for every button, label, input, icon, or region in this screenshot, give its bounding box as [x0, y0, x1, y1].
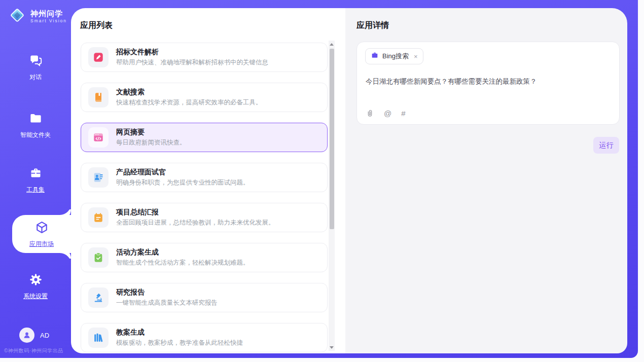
interviewer-icon — [88, 167, 109, 188]
sidebar-item-chat[interactable]: 对话 — [0, 54, 71, 82]
app-card[interactable]: 项目总结汇报全面回顾项目进展，总结经验教训，助力未来优化发展。 — [81, 203, 328, 232]
sidebar-item-label: 对话 — [29, 73, 42, 82]
briefcase-icon — [371, 51, 379, 61]
app-detail-title: 应用详情 — [356, 20, 389, 31]
app-card[interactable]: 文献搜索快速精准查找学术资源，提高研究效率的必备工具。 — [81, 83, 328, 112]
app-window: 神州问学 Smart Vision 对话智能文件夹工具集应用市场系统设置 AD … — [0, 0, 644, 362]
composer-toolbar: @# — [366, 109, 406, 118]
list-scrollbar[interactable] — [329, 41, 335, 351]
app-card-desc: 智能生成个性化活动方案，轻松解决规划难题。 — [116, 259, 249, 267]
app-card-title: 研究报告 — [116, 288, 218, 297]
sidebar-item-smart-folder[interactable]: 智能文件夹 — [0, 112, 71, 139]
tool-tag-bing-search[interactable]: Bing搜索 × — [365, 48, 423, 64]
sidebar-item-label: 系统设置 — [23, 292, 48, 301]
app-card-title: 教案生成 — [116, 328, 243, 337]
app-card-desc: 明确身份和职责，为您提供专业性的面试问题。 — [116, 178, 249, 187]
user-name: AD — [40, 332, 49, 339]
tool-tag-label: Bing搜索 — [382, 52, 409, 61]
books-icon — [88, 328, 109, 348]
app-card[interactable]: 教案生成模板驱动，教案秒成，教学准备从此轻松快捷 — [81, 323, 328, 352]
sidebar-item-app-market[interactable]: 应用市场 — [12, 215, 71, 253]
app-card[interactable]: 研究报告一键智能生成高质量长文本研究报告 — [81, 283, 328, 312]
run-button[interactable]: 运行 — [593, 137, 619, 154]
toolbox-icon — [29, 166, 43, 182]
brand-subtitle: Smart Vision — [30, 18, 67, 23]
folder-icon — [29, 112, 43, 127]
clipboard-check-icon — [88, 247, 109, 268]
sidebar-item-label: 工具集 — [26, 186, 45, 194]
app-card-desc: 模板驱动，教案秒成，教学准备从此轻松快捷 — [116, 339, 243, 347]
user-chip[interactable]: AD — [19, 328, 49, 343]
sidebar-item-system-settings[interactable]: 系统设置 — [0, 273, 71, 301]
app-card-title: 项目总结汇报 — [116, 208, 275, 217]
hash-icon[interactable]: # — [401, 109, 405, 118]
sidebar-item-label: 应用市场 — [29, 240, 54, 248]
app-card-desc: 帮助用户快速、准确地理解和解析招标书中的关键信息 — [116, 58, 268, 67]
brand-logo: 神州问学 Smart Vision — [8, 6, 67, 26]
book-icon — [88, 87, 109, 107]
app-card-title: 产品经理面试官 — [116, 168, 249, 177]
sidebar-item-label: 智能文件夹 — [20, 131, 51, 139]
app-card[interactable]: 招标文件解析帮助用户快速、准确地理解和解析招标书中的关键信息 — [81, 43, 328, 72]
app-card[interactable]: 产品经理面试官明确身份和职责，为您提供专业性的面试问题。 — [81, 163, 328, 192]
app-card[interactable]: 网页摘要每日政府新闻资讯快查。 — [81, 123, 328, 152]
summary-note-icon — [88, 207, 109, 228]
app-card-desc: 快速精准查找学术资源，提高研究效率的必备工具。 — [116, 98, 262, 107]
attachment-icon[interactable] — [366, 109, 374, 118]
app-card-desc: 一键智能生成高质量长文本研究报告 — [116, 299, 218, 307]
research-icon — [88, 287, 109, 308]
app-list-title: 应用列表 — [80, 20, 113, 31]
gear-icon — [29, 273, 43, 288]
web-page-icon — [88, 127, 109, 148]
app-card-title: 文献搜索 — [116, 88, 262, 97]
app-card[interactable]: 活动方案生成智能生成个性化活动方案，轻松解决规划难题。 — [81, 243, 328, 272]
cube-icon — [35, 221, 49, 236]
app-card-title: 招标文件解析 — [116, 48, 268, 57]
app-frame: 神州问学 Smart Vision 对话智能文件夹工具集应用市场系统设置 AD … — [0, 0, 638, 358]
scroll-down-icon[interactable] — [329, 344, 335, 351]
prompt-card[interactable]: Bing搜索 × 今日湖北有哪些新闻要点？有哪些需要关注的最新政策？ @# — [356, 42, 620, 125]
app-card-title: 活动方案生成 — [116, 248, 249, 257]
brand-name: 神州问学 — [30, 9, 67, 18]
app-card-desc: 全面回顾项目进展，总结经验教训，助力未来优化发展。 — [116, 219, 275, 227]
scrollbar-thumb[interactable] — [330, 49, 334, 229]
sidebar-item-toolset[interactable]: 工具集 — [0, 166, 71, 194]
chat-icon — [29, 54, 43, 69]
copyright-text: ©神州数码·神州问学出品 — [4, 347, 71, 354]
edit-square-icon — [88, 47, 109, 67]
app-card-desc: 每日政府新闻资讯快查。 — [116, 138, 186, 147]
scroll-up-icon[interactable] — [329, 41, 335, 48]
app-list-panel: 应用列表 招标文件解析帮助用户快速、准确地理解和解析招标书中的关键信息文献搜索快… — [71, 8, 345, 353]
diamond-logo-icon — [8, 6, 26, 26]
app-card-title: 网页摘要 — [116, 128, 186, 137]
app-card-list: 招标文件解析帮助用户快速、准确地理解和解析招标书中的关键信息文献搜索快速精准查找… — [81, 43, 328, 352]
tag-close-icon[interactable]: × — [414, 53, 418, 60]
avatar[interactable] — [19, 328, 34, 343]
app-detail-panel: 应用详情 Bing搜索 × 今日湖北有哪些新闻要点？有哪些需要关注的最新政策？ … — [345, 8, 627, 353]
mention-icon[interactable]: @ — [384, 109, 391, 118]
prompt-input[interactable]: 今日湖北有哪些新闻要点？有哪些需要关注的最新政策？ — [366, 77, 611, 87]
